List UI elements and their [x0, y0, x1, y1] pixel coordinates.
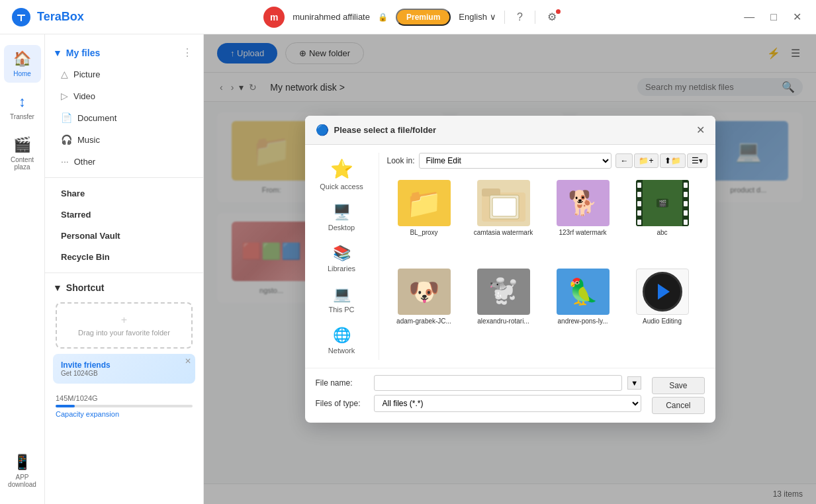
look-in-row: Look in: Filme Edit ← 📁+ ⬆📁 ☰▾: [387, 153, 707, 169]
user-avatar: m: [263, 7, 285, 28]
plus-icon: +: [62, 314, 186, 326]
left-nav: 🏠 Home ↕️ Transfer 🎬 Content plaza 📱 APP…: [0, 34, 45, 504]
dialog-file-item[interactable]: 🐕 123rf watermark: [546, 175, 620, 259]
titlebar-left: TeraBox: [11, 7, 84, 28]
video-thumbnail: 🎬: [636, 180, 689, 226]
file-label: camtasia watermark: [474, 229, 533, 236]
dialog-file-item[interactable]: 🎬 abc: [625, 175, 700, 259]
dialog-file-item[interactable]: 🦜 andrew-pons-ly...: [546, 264, 620, 347]
audio-thumbnail: [636, 269, 689, 315]
sidebar-item-app-download[interactable]: 📱 APP download: [4, 448, 41, 493]
main-layout: 🏠 Home ↕️ Transfer 🎬 Content plaza 📱 APP…: [0, 34, 816, 504]
storage-fill: [56, 405, 75, 407]
file-label: abc: [657, 229, 667, 236]
other-icon: ···: [61, 156, 69, 167]
sidebar-item-transfer[interactable]: ↕️ Transfer: [4, 88, 41, 126]
footer-inputs: File name: ▼ Files of type: All files (*…: [316, 375, 642, 416]
file-label: adam-grabek-JC...: [396, 317, 451, 325]
dialog-nav-desktop[interactable]: 🖥️ Desktop: [313, 198, 371, 237]
dialog-file-grid-wrapper: 📁 BL_proxy: [387, 175, 707, 347]
sidebar-item-picture[interactable]: △ Picture: [50, 63, 198, 85]
dialog-close-button[interactable]: ✕: [696, 124, 705, 136]
save-button[interactable]: Save: [652, 377, 704, 394]
home-label: Home: [13, 70, 31, 77]
terabox-logo-icon: [11, 7, 32, 28]
look-in-buttons: ← 📁+ ⬆📁 ☰▾: [615, 153, 707, 168]
shortcut-header: ▼ Shortcut: [45, 278, 203, 297]
drag-folder-area[interactable]: + Drag into your favorite folder: [56, 302, 193, 349]
play-button-circle: [643, 272, 682, 312]
dialog-file-item[interactable]: camtasia watermark: [467, 175, 541, 259]
language-selector[interactable]: English ∨: [459, 12, 496, 22]
file-name-label: File name:: [316, 378, 369, 388]
sidebar-item-music[interactable]: 🎧 Music: [50, 129, 198, 150]
folder-light-thumbnail: [477, 180, 530, 226]
dialog-file-item[interactable]: 📁 BL_proxy: [387, 175, 461, 259]
help-button[interactable]: ?: [513, 10, 527, 24]
sidebar-item-other[interactable]: ··· Other: [50, 151, 198, 172]
play-triangle-icon: [658, 284, 670, 300]
files-of-type-row: Files of type: All files (*.*): [316, 395, 642, 412]
storage-bar: [56, 405, 193, 407]
invite-close-button[interactable]: ✕: [185, 357, 191, 366]
dialog-file-item[interactable]: 🐩 alexandru-rotari...: [467, 264, 541, 347]
svg-rect-15: [637, 210, 641, 216]
footer-buttons: Save Cancel: [652, 377, 704, 414]
premium-button[interactable]: Premium: [396, 9, 451, 26]
storage-usage: 145M/1024G: [56, 394, 98, 402]
invite-title: Invite friends: [61, 360, 187, 370]
svg-rect-20: [684, 210, 688, 216]
sidebar-item-share[interactable]: Share: [50, 183, 198, 204]
storage-info: 145M/1024G Capacity expansion: [45, 389, 203, 423]
file-label: 123rf watermark: [559, 229, 606, 236]
create-folder-button[interactable]: 📁+: [634, 153, 658, 168]
capacity-expansion-link[interactable]: Capacity expansion: [56, 410, 119, 418]
divider2: [535, 11, 535, 24]
view-toggle-button[interactable]: ☰▾: [687, 153, 707, 168]
image-thumbnail: 🐕: [557, 180, 610, 226]
libraries-icon: 📚: [333, 245, 351, 262]
files-of-type-select[interactable]: All files (*.*): [374, 395, 642, 412]
file-name-input[interactable]: [374, 375, 623, 391]
footer-rows: File name: ▼ Files of type: All files (*…: [316, 375, 705, 416]
go-back-button[interactable]: ←: [615, 153, 633, 168]
folder-options-button[interactable]: ⬆📁: [660, 153, 686, 168]
app-label: APP download: [7, 474, 38, 488]
dialog-nav-libraries[interactable]: 📚 Libraries: [313, 239, 371, 278]
file-label: andrew-pons-ly...: [558, 317, 608, 325]
sidebar-item-personal-vault[interactable]: Personal Vault: [50, 226, 198, 246]
quick-access-icon: ⭐: [330, 158, 353, 180]
video-icon: ▷: [61, 91, 68, 101]
sidebar-item-content-plaza[interactable]: 🎬 Content plaza: [4, 131, 41, 176]
dialog-nav-this-pc[interactable]: 💻 This PC: [313, 280, 371, 319]
dialog-file-item[interactable]: 🐶 adam-grabek-JC...: [387, 264, 461, 347]
dropdown-arrow-icon[interactable]: ▼: [627, 376, 641, 390]
settings-button[interactable]: ⚙: [543, 9, 561, 24]
sidebar-item-document[interactable]: 📄 Document: [50, 107, 198, 128]
dialog-title: 🔵 Please select a file/folder: [316, 124, 437, 136]
my-files-more-icon[interactable]: ⋮: [182, 46, 193, 59]
content-label: Content plaza: [7, 156, 38, 171]
invite-subtitle: Get 1024GB: [61, 370, 187, 377]
my-files-header: ▼ My files ⋮: [45, 42, 203, 63]
file-label: BL_proxy: [410, 229, 437, 236]
invite-banner[interactable]: ✕ Invite friends Get 1024GB: [53, 354, 195, 384]
maximize-button[interactable]: □: [766, 10, 781, 24]
dialog-nav-network[interactable]: 🌐 Network: [313, 321, 371, 360]
close-button[interactable]: ✕: [789, 9, 805, 24]
sidebar-item-starred[interactable]: Starred: [50, 204, 198, 225]
sidebar-item-recycle-bin[interactable]: Recycle Bin: [50, 247, 198, 267]
dialog-nav-quick-access[interactable]: ⭐ Quick access: [313, 153, 371, 196]
sidebar-item-home[interactable]: 🏠 Home: [4, 45, 41, 83]
film-label: 🎬: [657, 199, 668, 208]
dialog-overlay: 🔵 Please select a file/folder ✕ ⭐ Quick …: [204, 34, 816, 504]
sidebar-item-video[interactable]: ▷ Video: [50, 85, 198, 106]
dialog-file-item[interactable]: Audio Editing: [625, 264, 700, 347]
dialog-footer: File name: ▼ Files of type: All files (*…: [305, 368, 715, 423]
look-in-select[interactable]: Filme Edit: [419, 153, 612, 169]
minimize-button[interactable]: —: [740, 10, 758, 24]
sidebar: ▼ My files ⋮ △ Picture ▷ Video 📄 Documen…: [45, 34, 204, 504]
cancel-button[interactable]: Cancel: [652, 397, 704, 414]
network-icon: 🌐: [333, 327, 351, 344]
divider: [504, 11, 505, 24]
